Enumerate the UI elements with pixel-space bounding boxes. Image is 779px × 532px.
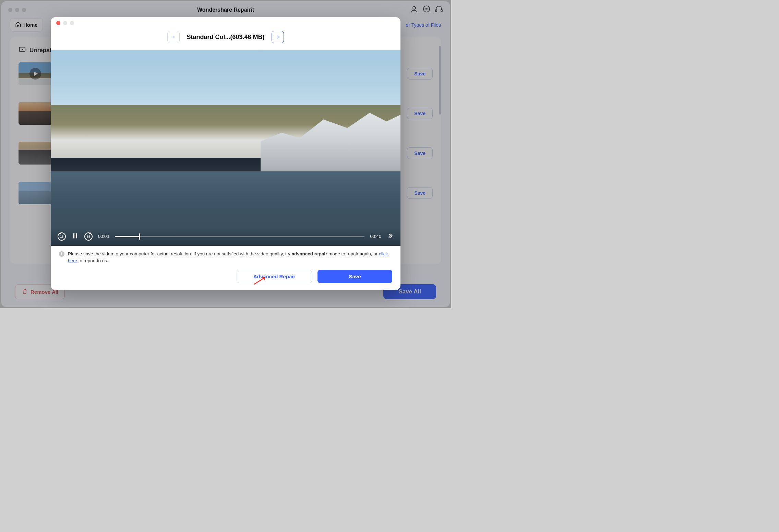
video-preview[interactable]: 15 15 00:03 00:40 — [51, 50, 400, 246]
next-frame-icon[interactable] — [387, 232, 394, 241]
info-message: i Please save the video to your computer… — [51, 246, 400, 267]
close-modal-icon[interactable] — [56, 21, 60, 25]
rewind-15-button[interactable]: 15 — [58, 232, 66, 241]
minimize-modal-icon — [63, 21, 67, 25]
advanced-repair-button[interactable]: Advanced Repair — [237, 270, 312, 283]
svg-rect-9 — [76, 233, 77, 238]
info-text-bold: advanced repair — [292, 251, 327, 256]
file-title: Standard Col...(603.46 MB) — [187, 34, 264, 41]
info-text-1: Please save the video to your computer f… — [68, 251, 292, 256]
preview-modal: Standard Col...(603.46 MB) 15 15 00:03 0… — [51, 17, 400, 290]
info-text-3: to report to us. — [77, 258, 108, 263]
total-time: 00:40 — [370, 234, 381, 239]
progress-thumb[interactable] — [139, 233, 140, 240]
current-time: 00:03 — [98, 234, 109, 239]
next-file-button[interactable] — [272, 31, 284, 43]
modal-header: Standard Col...(603.46 MB) — [51, 29, 400, 50]
svg-rect-8 — [73, 233, 75, 238]
save-button[interactable]: Save — [317, 270, 392, 283]
info-icon: i — [59, 251, 64, 257]
info-text-2: mode to repair again, or — [327, 251, 379, 256]
maximize-modal-icon — [70, 21, 74, 25]
pause-button[interactable] — [71, 232, 79, 241]
annotation-arrow-icon — [252, 276, 267, 287]
modal-titlebar — [51, 17, 400, 29]
modal-actions: Advanced Repair Save — [51, 266, 400, 290]
forward-15-button[interactable]: 15 — [84, 232, 93, 241]
progress-bar[interactable] — [115, 236, 365, 237]
prev-file-button[interactable] — [167, 31, 180, 43]
video-controls: 15 15 00:03 00:40 — [51, 227, 400, 246]
